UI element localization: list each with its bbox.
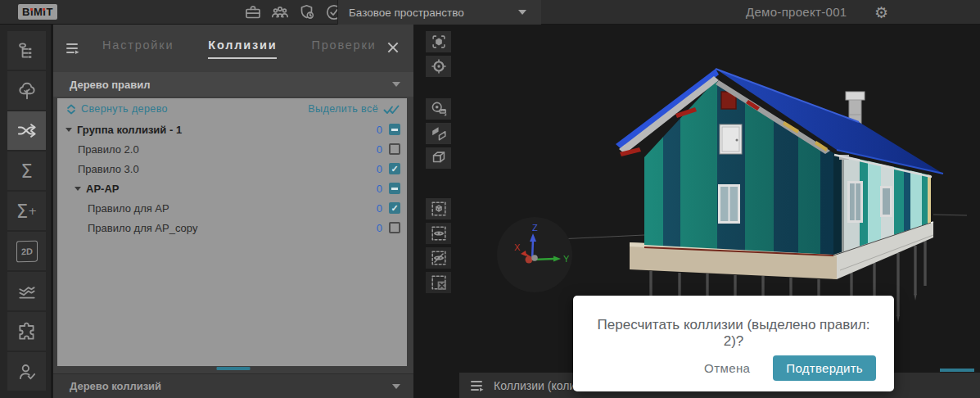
panel-menu-icon[interactable] [65, 40, 81, 57]
rules-tree-title: Дерево правил [70, 79, 150, 91]
collision-count: 0 [377, 124, 382, 136]
collisions-tree-header[interactable]: Дерево коллизий [53, 373, 413, 398]
viewport-toolbar [413, 25, 460, 398]
select-all-link[interactable]: Выделить всё [308, 103, 378, 115]
shield-clock-icon[interactable] [297, 2, 317, 22]
tab-checks[interactable]: Проверки [311, 38, 376, 59]
double-check-icon[interactable] [383, 103, 400, 115]
clear-selection-icon [430, 274, 448, 292]
row-checkbox[interactable] [389, 202, 400, 214]
collision-count: 0 [377, 222, 382, 234]
sidebar-item-plugins[interactable] [7, 312, 46, 351]
orbit-target-button[interactable] [426, 56, 451, 77]
tree-row-rule-ar-copy[interactable]: Правило для АР_copy 0 [57, 218, 407, 237]
charts-icon [16, 281, 38, 302]
tree-row-rule-2[interactable]: Правило 2.0 0 [57, 139, 407, 159]
side-window-1 [847, 181, 863, 223]
expander-icon[interactable] [75, 187, 81, 191]
row-checkbox[interactable] [389, 183, 400, 194]
entry-door [720, 124, 742, 154]
cancel-button[interactable]: Отмена [704, 361, 750, 375]
clear-selection-button[interactable] [426, 272, 451, 293]
drawings-2d-icon: 2D [16, 240, 38, 262]
tree-row-group-1[interactable]: Группа коллизий - 1 0 [57, 120, 407, 139]
expander-icon[interactable] [65, 128, 72, 132]
axis-gizmo[interactable]: Z Y X [497, 217, 572, 292]
show-selected-button[interactable] [426, 223, 451, 244]
bottom-panel-resize-handle[interactable] [940, 369, 974, 372]
environment-tree-icon [16, 80, 38, 102]
workspace-selector[interactable]: Базовое пространство [338, 0, 541, 25]
rules-tree-header[interactable]: Дерево правил [53, 72, 413, 97]
users-icon[interactable] [270, 2, 290, 22]
sidebar-item-environment[interactable] [7, 71, 46, 110]
recalculate-collisions-dialog: Пересчитать коллизии (выделено правил: 2… [573, 296, 894, 391]
tree-row-label: АР-АР [86, 183, 119, 195]
top-bar: BıMıT Базовое пространство Демо-проект-0… [0, 0, 980, 25]
row-checkbox[interactable] [389, 163, 400, 174]
plugins-icon [16, 321, 38, 342]
sidebar-item-charts[interactable] [7, 272, 46, 310]
row-checkbox[interactable] [389, 222, 400, 233]
panel-menu-icon[interactable] [469, 378, 485, 394]
section-box-button[interactable] [426, 147, 451, 169]
collision-count: 0 [377, 202, 382, 215]
sidebar-item-sum[interactable]: Σ [7, 152, 46, 190]
left-icon-rail: Σ Σ+ 2D [0, 25, 51, 398]
selection-cube-icon [430, 200, 448, 218]
hide-selected-icon [430, 249, 448, 267]
app-logo: BıMıT [18, 4, 57, 20]
sum-add-icon: Σ+ [16, 201, 37, 222]
selection-cube-button[interactable] [426, 198, 451, 219]
close-icon[interactable] [386, 40, 400, 55]
sidebar-item-user-check[interactable] [7, 352, 46, 391]
dialog-message: Пересчитать коллизии (выделено правил: 2… [586, 317, 881, 350]
measure-tape-button[interactable] [426, 98, 451, 120]
tree-row-rule-3[interactable]: Правило 3.0 0 [57, 159, 407, 179]
sidebar-item-sum-add[interactable]: Σ+ [7, 192, 46, 230]
sidebar-item-collisions[interactable] [7, 111, 46, 150]
user-check-icon [16, 361, 38, 382]
measure-tape-icon [430, 100, 448, 118]
top-toolbar [243, 0, 344, 25]
chevron-down-icon [392, 82, 400, 87]
section-box-icon [430, 149, 448, 167]
tree-row-label: Правило для АР [88, 202, 169, 215]
axis-x-label: X [514, 242, 521, 252]
tree-row-label: Правило 3.0 [78, 163, 139, 175]
collisions-panel: Настройки Коллизии Проверки Дерево прави… [53, 25, 413, 398]
sidebar-item-2d[interactable]: 2D [7, 232, 46, 270]
tree-row-ar-ar[interactable]: АР-АР 0 [57, 179, 407, 198]
panel-resize-handle[interactable] [217, 367, 251, 370]
collapse-expand-icon[interactable] [65, 103, 77, 115]
section-plane-button[interactable] [426, 123, 451, 144]
workspace-label: Базовое пространство [349, 7, 464, 19]
section-plane-icon [430, 124, 448, 142]
collapse-tree-link[interactable]: Свернуть дерево [81, 103, 168, 115]
row-checkbox[interactable] [389, 124, 400, 135]
collision-count: 0 [377, 143, 382, 156]
hide-selected-button[interactable] [426, 247, 451, 269]
tab-collisions[interactable]: Коллизии [208, 38, 277, 59]
tree-row-label: Группа коллизий - 1 [77, 124, 182, 136]
tree-row-rule-ar[interactable]: Правило для АР 0 [57, 198, 407, 218]
axis-z-label: Z [532, 223, 538, 233]
sidebar-item-model-tree[interactable] [7, 31, 46, 70]
tree-row-label: Правило 2.0 [78, 143, 139, 156]
gear-icon[interactable]: ⚙ [874, 2, 888, 23]
fit-view-button[interactable] [426, 31, 451, 52]
bottom-panel-title: Коллизии (коли [494, 379, 576, 392]
chevron-down-icon [518, 10, 526, 15]
project-title: Демо-проект-001 [746, 0, 847, 25]
confirm-button[interactable]: Подтвердить [773, 355, 876, 381]
tree-links-row: Свернуть дерево Выделить всё [57, 98, 407, 120]
show-selected-icon [430, 224, 448, 242]
briefcase-icon[interactable] [243, 2, 263, 22]
row-checkbox[interactable] [389, 143, 400, 155]
rules-tree-area: Свернуть дерево Выделить всё Группа колл… [57, 98, 407, 366]
axis-y-label: Y [563, 254, 570, 264]
fit-view-icon [430, 33, 448, 51]
sum-icon: Σ [20, 161, 33, 182]
tab-settings[interactable]: Настройки [102, 38, 174, 59]
gable-window [718, 184, 740, 224]
